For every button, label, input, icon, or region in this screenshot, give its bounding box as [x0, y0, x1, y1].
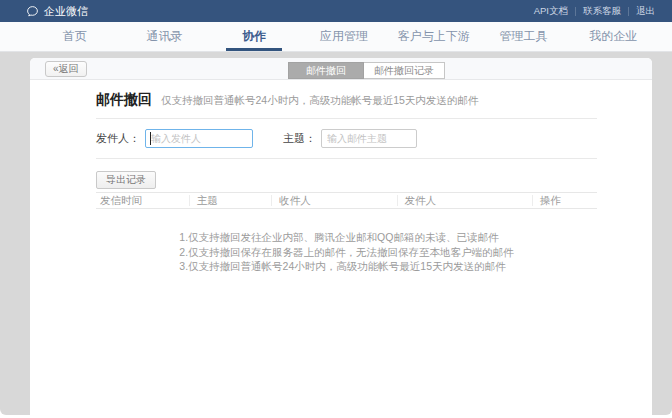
subject-input-wrap	[321, 129, 417, 148]
panel-header: «返回 邮件撤回 邮件撤回记录	[30, 58, 652, 80]
panel-body: 邮件撤回 仅支持撤回普通帐号24小时内，高级功能帐号最近15天内发送的邮件 发件…	[30, 80, 652, 274]
export-records-button[interactable]: 导出记录	[96, 171, 156, 189]
mail-recall-panel: «返回 邮件撤回 邮件撤回记录 邮件撤回 仅支持撤回普通帐号24小时内，高级功能…	[30, 58, 652, 415]
logout-link[interactable]: 退出	[629, 5, 662, 18]
brand-name: 企业微信	[44, 4, 88, 19]
column-header-sender: 发件人	[397, 195, 532, 206]
note-line: 2.仅支持撤回保存在服务器上的邮件，无法撤回保存至本地客户端的邮件	[179, 245, 513, 260]
subject-label: 主题：	[283, 131, 316, 146]
sender-input[interactable]	[145, 129, 253, 148]
recall-notes: 1.仅支持撤回发往企业内部、腾讯企业邮和QQ邮箱的未读、已读邮件 2.仅支持撤回…	[179, 230, 513, 274]
sender-label: 发件人：	[96, 131, 140, 146]
topbar: 企业微信 API文档 联系客服 退出	[0, 0, 672, 22]
page-subtitle: 仅支持撤回普通帐号24小时内，高级功能帐号最近15天内发送的邮件	[161, 94, 478, 108]
sender-input-wrap	[145, 129, 253, 148]
column-header-action: 操作	[532, 195, 597, 206]
nav-item-customers-upstream[interactable]: 客户与上下游	[389, 22, 479, 51]
title-row: 邮件撤回 仅支持撤回普通帐号24小时内，高级功能帐号最近15天内发送的邮件	[96, 80, 597, 119]
recall-search-form: 发件人： 主题：	[96, 119, 597, 159]
main-nav: 首页 通讯录 协作 应用管理 客户与上下游 管理工具 我的企业	[0, 22, 672, 52]
text-cursor	[150, 132, 151, 145]
tab-mail-recall-records[interactable]: 邮件撤回记录	[364, 62, 445, 79]
wechat-work-logo-icon	[26, 5, 39, 18]
page-background: «返回 邮件撤回 邮件撤回记录 邮件撤回 仅支持撤回普通帐号24小时内，高级功能…	[0, 52, 672, 415]
nav-item-app-management[interactable]: 应用管理	[299, 22, 389, 51]
nav-item-my-enterprise[interactable]: 我的企业	[568, 22, 658, 51]
recall-table-header: 发信时间 主题 收件人 发件人 操作	[96, 192, 597, 209]
nav-item-contacts[interactable]: 通讯录	[120, 22, 210, 51]
column-header-recipient: 收件人	[271, 195, 396, 206]
topbar-links: API文档 联系客服 退出	[527, 5, 662, 18]
nav-item-label: 协作	[242, 28, 266, 45]
nav-item-admin-tools[interactable]: 管理工具	[479, 22, 569, 51]
tab-mail-recall[interactable]: 邮件撤回	[288, 62, 364, 79]
contact-support-link[interactable]: 联系客服	[576, 5, 628, 18]
brand[interactable]: 企业微信	[26, 4, 88, 19]
subject-input[interactable]	[321, 129, 417, 148]
note-line: 3.仅支持撤回普通帐号24小时内，高级功能帐号最近15天内发送的邮件	[179, 259, 513, 274]
column-header-send-time: 发信时间	[96, 195, 189, 206]
active-nav-underline	[226, 48, 282, 51]
back-button[interactable]: «返回	[45, 61, 87, 77]
nav-item-home[interactable]: 首页	[30, 22, 120, 51]
tab-group: 邮件撤回 邮件撤回记录	[288, 62, 445, 79]
api-docs-link[interactable]: API文档	[527, 5, 575, 18]
page-title: 邮件撤回	[96, 91, 152, 109]
column-header-subject: 主题	[189, 195, 272, 206]
note-line: 1.仅支持撤回发往企业内部、腾讯企业邮和QQ邮箱的未读、已读邮件	[179, 230, 513, 245]
nav-item-collaboration[interactable]: 协作	[209, 22, 299, 51]
